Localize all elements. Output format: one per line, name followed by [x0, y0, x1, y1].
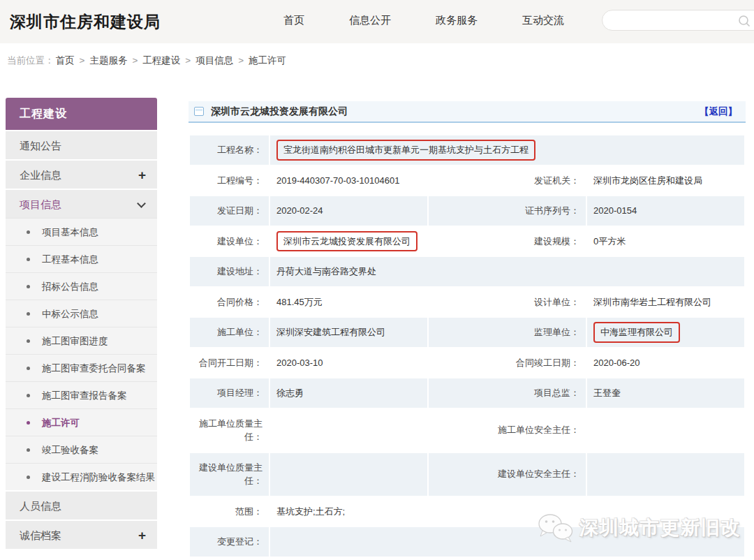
sidebar-item-label: 人员信息 [20, 500, 61, 512]
field-value: 2020-06-20 [586, 348, 745, 378]
sidebar-item-sub[interactable]: 施工图审查委托合同备案 [6, 354, 157, 381]
annotation-box: 宝龙街道南约积谷田城市更新单元一期基坑支护与土石方工程 [276, 140, 535, 161]
field-value: 徐志勇 [269, 378, 428, 408]
nav-item-2[interactable]: 政务服务 [436, 14, 478, 27]
bullet-icon [27, 421, 30, 425]
breadcrumb-item[interactable]: 工程建设 [142, 55, 180, 66]
field-label: 项目经理： [189, 378, 269, 408]
breadcrumb-separator: > [132, 55, 138, 66]
breadcrumb-item[interactable]: 项目信息 [195, 55, 233, 66]
field-value: 中海监理有限公司 [586, 317, 745, 348]
table-row: 施工单位质量主任：施工单位安全主任： [189, 408, 745, 452]
sidebar-item-label: 建设工程消防验收备案结果 [42, 472, 155, 482]
table-row: 工程编号：2019-440307-70-03-10104601发证机关：深圳市龙… [189, 165, 745, 196]
field-label: 工程名称： [189, 135, 269, 165]
field-label: 合同价格： [189, 287, 269, 318]
sidebar-item-label: 企业信息 [20, 169, 61, 181]
sidebar-item-sub[interactable]: 施工许可 [6, 408, 157, 436]
breadcrumb-item[interactable]: 主题服务 [89, 55, 127, 66]
table-row: 工程名称：宝龙街道南约积谷田城市更新单元一期基坑支护与土石方工程 [189, 135, 745, 165]
back-link[interactable]: 【返回】 [700, 105, 737, 118]
field-value: 深圳市南华岩土工程有限公司 [586, 287, 745, 318]
bullet-icon [27, 230, 30, 234]
field-label: 合同开工日期： [189, 348, 269, 378]
sidebar-item-sub[interactable]: 中标公示信息 [6, 300, 157, 327]
field-label: 监理单位： [428, 317, 586, 348]
breadcrumb-item: 施工许可 [249, 55, 286, 66]
field-value: 0平方米 [586, 226, 745, 257]
sidebar-item-sub[interactable]: 竣工验收备案 [6, 436, 157, 463]
table-row: 合同价格：481.45万元设计单位：深圳市南华岩土工程有限公司 [189, 287, 745, 318]
table-row: 施工单位：深圳深安建筑工程有限公司监理单位：中海监理有限公司 [189, 317, 745, 348]
field-value [269, 452, 428, 496]
document-icon [194, 107, 204, 116]
sidebar-item-sub[interactable]: 施工图审图进度 [6, 327, 157, 354]
sidebar-item-label: 中标公示信息 [42, 309, 98, 319]
field-value: 2020-02-24 [269, 196, 428, 226]
sidebar-item-sub[interactable]: 项目基本信息 [6, 218, 157, 245]
sidebar: 工程建设 通知公告企业信息+项目信息项目基本信息工程基本信息招标公告信息中标公示… [6, 98, 157, 549]
field-label: 建设单位质量主任： [189, 452, 269, 496]
nav-item-0[interactable]: 首页 [283, 14, 304, 27]
field-value [269, 408, 428, 452]
sidebar-item-sub[interactable]: 工程基本信息 [6, 245, 157, 272]
info-table: 工程名称：宝龙街道南约积谷田城市更新单元一期基坑支护与土石方工程工程编号：201… [188, 134, 746, 558]
chevron-down-icon [137, 199, 146, 208]
bullet-icon [27, 339, 30, 343]
breadcrumb: 当前位置：首页>主题服务>工程建设>项目信息>施工许可 [7, 54, 291, 67]
content-panel: 深圳市云龙城投资发展有限公司 【返回】 工程名称：宝龙街道南约积谷田城市更新单元… [188, 101, 746, 558]
search-icon [738, 15, 751, 27]
sidebar-item-sub[interactable]: 招标公告信息 [6, 272, 157, 300]
sidebar-item-label: 施工图审查委托合同备案 [42, 363, 146, 374]
sidebar-item-label: 项目基本信息 [42, 227, 98, 237]
table-row: 合同开工日期：2020-03-10合同竣工日期：2020-06-20 [189, 348, 745, 378]
sidebar-item-label: 诚信档案 [20, 529, 61, 541]
field-value: 深圳市云龙城投资发展有限公司 [269, 226, 428, 257]
field-label: 合同竣工日期： [428, 348, 586, 378]
field-value: 丹荷大道与南谷路交界处 [269, 256, 745, 287]
sidebar-item-section[interactable]: 通知公告 [6, 130, 157, 159]
field-value: 2020-03-10 [269, 348, 428, 378]
table-row: 项目经理：徐志勇项目总监：王登奎 [189, 378, 745, 408]
sidebar-item-label: 施工图审图进度 [42, 336, 108, 346]
sidebar-item-label: 招标公告信息 [42, 281, 98, 292]
sidebar-item-sub[interactable]: 施工图审查报告备案 [6, 381, 157, 408]
table-row: 建设单位质量主任：建设单位安全主任： [189, 452, 745, 496]
sidebar-item-sub[interactable]: 建设工程消防验收备案结果 [6, 463, 157, 490]
field-label: 变更登记： [189, 526, 269, 557]
table-row: 变更登记： [189, 526, 745, 557]
bullet-icon [27, 448, 30, 452]
field-label: 证书序列号： [428, 196, 586, 226]
sidebar-item-section[interactable]: 人员信息 [6, 490, 157, 520]
search-input[interactable] [612, 11, 731, 29]
breadcrumb-item[interactable]: 首页 [56, 55, 75, 66]
sidebar-item-label: 施工许可 [42, 418, 80, 428]
bullet-icon [27, 476, 30, 479]
field-value: 2019-440307-70-03-10104601 [269, 165, 428, 196]
table-row: 建设单位：深圳市云龙城投资发展有限公司建设规模：0平方米 [189, 226, 745, 257]
annotation-box: 深圳市云龙城投资发展有限公司 [276, 231, 417, 252]
sidebar-item-section[interactable]: 企业信息+ [6, 159, 157, 189]
field-label: 建设单位： [189, 226, 269, 257]
nav-item-1[interactable]: 信息公开 [349, 14, 391, 27]
field-label: 项目总监： [428, 378, 586, 408]
field-value: 深圳市龙岗区住房和建设局 [586, 165, 745, 196]
table-row: 范围：基坑支护;土石方; [189, 496, 745, 527]
table-row: 建设地址：丹荷大道与南谷路交界处 [189, 256, 745, 287]
field-label: 工程编号： [189, 165, 269, 196]
field-label: 发证日期： [189, 196, 269, 226]
plus-icon: + [138, 521, 146, 550]
annotation-box: 中海监理有限公司 [593, 322, 680, 343]
nav-item-3[interactable]: 互动交流 [522, 14, 564, 27]
search-box [602, 10, 754, 31]
panel-title-bar: 深圳市云龙城投资发展有限公司 【返回】 [188, 101, 746, 123]
table-row: 发证日期：2020-02-24证书序列号：2020-0154 [189, 196, 745, 226]
field-value [269, 526, 745, 557]
field-value [586, 452, 745, 496]
field-label: 施工单位： [189, 317, 269, 348]
sidebar-item-section[interactable]: 项目信息 [6, 189, 157, 218]
page-title: 深圳市云龙城投资发展有限公司 [211, 105, 348, 118]
breadcrumb-separator: > [185, 55, 191, 66]
field-label: 施工单位质量主任： [189, 408, 269, 452]
sidebar-item-section[interactable]: 诚信档案+ [6, 520, 157, 549]
